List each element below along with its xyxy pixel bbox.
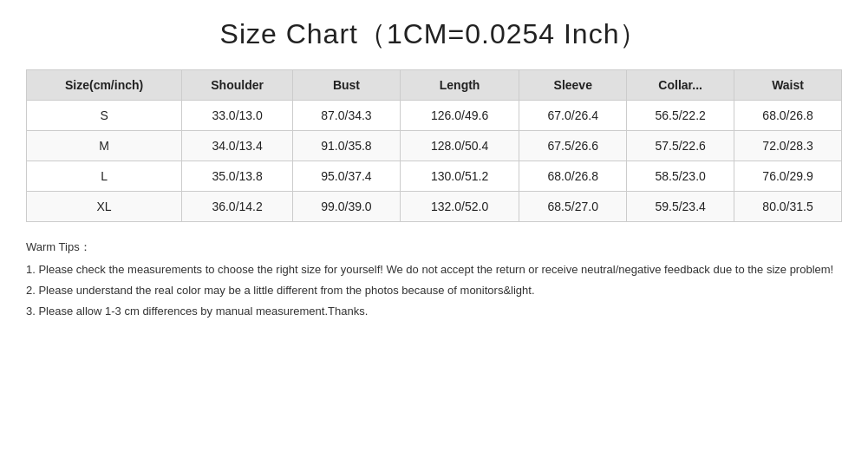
table-header-row: Size(cm/inch) Shoulder Bust Length Sleev… <box>27 70 842 101</box>
size-chart-table: Size(cm/inch) Shoulder Bust Length Sleev… <box>26 69 842 222</box>
table-cell-size: L <box>27 161 182 192</box>
table-cell-size: M <box>27 131 182 161</box>
table-cell-shoulder: 34.0/13.4 <box>182 131 293 161</box>
warm-tips-item-3: 3. Please allow 1-3 cm differences by ma… <box>26 302 842 321</box>
table-cell-waist: 80.0/31.5 <box>734 192 842 222</box>
table-cell-bust: 95.0/37.4 <box>293 161 401 192</box>
table-cell-collar: 56.5/22.2 <box>627 101 734 131</box>
col-header-shoulder: Shoulder <box>182 70 293 101</box>
table-cell-shoulder: 33.0/13.0 <box>182 101 293 131</box>
page-container: Size Chart（1CM=0.0254 Inch） Size(cm/inch… <box>0 0 868 340</box>
page-title: Size Chart（1CM=0.0254 Inch） <box>26 16 842 54</box>
table-cell-sleeve: 68.5/27.0 <box>519 192 627 222</box>
table-cell-length: 130.0/51.2 <box>400 161 519 192</box>
col-header-bust: Bust <box>293 70 401 101</box>
table-cell-shoulder: 36.0/14.2 <box>182 192 293 222</box>
col-header-waist: Waist <box>734 70 842 101</box>
table-cell-waist: 72.0/28.3 <box>734 131 842 161</box>
table-cell-sleeve: 67.5/26.6 <box>519 131 627 161</box>
table-cell-sleeve: 68.0/26.8 <box>519 161 627 192</box>
warm-tips-item-2: 2. Please understand the real color may … <box>26 281 842 300</box>
table-cell-length: 126.0/49.6 <box>400 101 519 131</box>
table-cell-collar: 59.5/23.4 <box>627 192 734 222</box>
warm-tips-title: Warm Tips： <box>26 238 842 257</box>
col-header-length: Length <box>400 70 519 101</box>
warm-tips-section: Warm Tips： 1. Please check the measureme… <box>26 238 842 321</box>
table-row: XL36.0/14.299.0/39.0132.0/52.068.5/27.05… <box>27 192 842 222</box>
warm-tips-item-1: 1. Please check the measurements to choo… <box>26 260 842 279</box>
table-cell-sleeve: 67.0/26.4 <box>519 101 627 131</box>
table-cell-bust: 91.0/35.8 <box>293 131 401 161</box>
table-row: S33.0/13.087.0/34.3126.0/49.667.0/26.456… <box>27 101 842 131</box>
table-cell-waist: 68.0/26.8 <box>734 101 842 131</box>
table-cell-size: XL <box>27 192 182 222</box>
col-header-sleeve: Sleeve <box>519 70 627 101</box>
col-header-collar: Collar... <box>627 70 734 101</box>
table-cell-bust: 99.0/39.0 <box>293 192 401 222</box>
table-row: M34.0/13.491.0/35.8128.0/50.467.5/26.657… <box>27 131 842 161</box>
table-row: L35.0/13.895.0/37.4130.0/51.268.0/26.858… <box>27 161 842 192</box>
table-cell-length: 128.0/50.4 <box>400 131 519 161</box>
col-header-size: Size(cm/inch) <box>27 70 182 101</box>
table-cell-bust: 87.0/34.3 <box>293 101 401 131</box>
table-cell-size: S <box>27 101 182 131</box>
table-cell-waist: 76.0/29.9 <box>734 161 842 192</box>
table-cell-shoulder: 35.0/13.8 <box>182 161 293 192</box>
table-cell-collar: 57.5/22.6 <box>627 131 734 161</box>
table-cell-collar: 58.5/23.0 <box>627 161 734 192</box>
table-cell-length: 132.0/52.0 <box>400 192 519 222</box>
